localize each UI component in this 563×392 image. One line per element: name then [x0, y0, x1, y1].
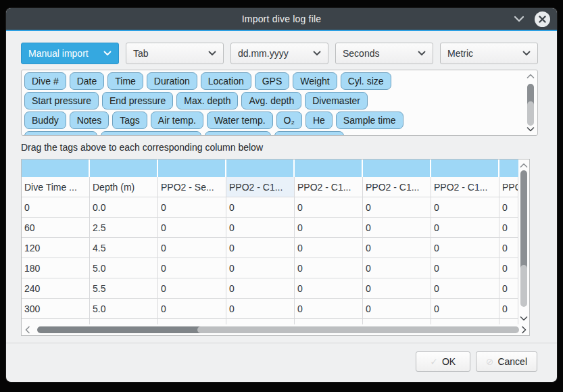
column-header[interactable]: PPO2 - C1...	[431, 177, 499, 197]
titlebar[interactable]: Import dive log file	[6, 8, 557, 30]
table-cell[interactable]	[431, 319, 499, 324]
table-cell[interactable]: 0	[363, 278, 431, 299]
table-cell[interactable]: 4.5	[90, 238, 158, 258]
tag-drop-cell[interactable]	[363, 160, 431, 177]
table-cell[interactable]: 0	[226, 299, 295, 319]
draggable-tag[interactable]: Air temp.	[151, 112, 203, 129]
table-cell[interactable]: 0	[363, 197, 431, 218]
draggable-tag[interactable]: Location	[201, 72, 251, 90]
draggable-tag[interactable]: Sample CNS	[274, 131, 344, 136]
tag-drop-cell[interactable]	[431, 160, 499, 177]
import-mode-select[interactable]: Manual import	[21, 43, 119, 64]
date-format-select[interactable]: dd.mm.yyyy	[230, 43, 328, 64]
scrollbar-track[interactable]	[520, 265, 527, 307]
draggable-tag[interactable]: Sample time	[336, 112, 403, 129]
column-header[interactable]: PPO2 - C1...	[226, 177, 295, 197]
table-cell[interactable]: 0	[158, 197, 226, 218]
table-cell[interactable]	[22, 319, 90, 324]
table-cell[interactable]	[226, 319, 295, 324]
table-vertical-scrollbar[interactable]	[518, 161, 529, 323]
draggable-tag[interactable]: Water temp.	[207, 112, 273, 129]
tag-drop-cell[interactable]	[499, 160, 518, 177]
shade-button[interactable]	[513, 13, 525, 25]
table-cell[interactable]: 0	[158, 278, 226, 299]
table-cell[interactable]: 5.5	[90, 278, 158, 299]
column-header[interactable]: PPO2	[499, 177, 518, 197]
tag-drop-cell[interactable]	[295, 160, 363, 177]
draggable-tag[interactable]: Sample depth	[24, 131, 97, 136]
draggable-tag[interactable]: O₂	[276, 112, 302, 129]
draggable-tag[interactable]: Sample pO₂	[205, 131, 270, 136]
table-cell[interactable]: 0	[295, 278, 363, 299]
table-cell[interactable]: 0	[158, 299, 226, 319]
table-cell[interactable]: 0	[499, 278, 518, 299]
scrollbar-track[interactable]	[527, 101, 534, 126]
ok-button[interactable]: ✓ OK	[416, 351, 470, 372]
draggable-tag[interactable]: Weight	[293, 72, 337, 90]
table-cell[interactable]: 0	[499, 238, 518, 258]
scrollbar-thumb[interactable]	[520, 170, 527, 272]
table-cell[interactable]: 0	[226, 258, 295, 278]
scroll-down-icon[interactable]	[520, 314, 528, 323]
table-cell[interactable]: 5.0	[90, 299, 158, 319]
draggable-tag[interactable]: Sample temperature	[101, 131, 201, 136]
tag-pool-scrollbar[interactable]	[525, 72, 536, 134]
table-cell[interactable]: 0	[158, 258, 226, 278]
draggable-tag[interactable]: He	[305, 112, 333, 129]
draggable-tag[interactable]: Duration	[147, 72, 197, 90]
table-cell[interactable]: 0	[499, 299, 518, 319]
cancel-button[interactable]: ⊘ Cancel	[476, 351, 537, 372]
table-cell[interactable]: 0	[22, 197, 90, 218]
scroll-down-icon[interactable]	[527, 124, 535, 134]
table-cell[interactable]: 0	[499, 218, 518, 238]
table-cell[interactable]: 0	[431, 258, 499, 278]
column-header[interactable]: PPO2 - Se...	[158, 177, 226, 197]
scroll-right-icon[interactable]	[519, 326, 528, 334]
table-cell[interactable]: 0	[295, 299, 363, 319]
draggable-tag[interactable]: Avg. depth	[241, 92, 301, 109]
draggable-tag[interactable]: Divemaster	[305, 92, 368, 109]
field-separator-select[interactable]: Tab	[126, 43, 224, 64]
table-cell[interactable]: 180	[22, 258, 90, 278]
tag-drop-cell[interactable]	[22, 160, 90, 177]
column-header[interactable]: Depth (m)	[90, 177, 158, 197]
table-cell[interactable]: 0	[431, 299, 499, 319]
draggable-tag[interactable]: Tags	[112, 112, 147, 129]
table-cell[interactable]	[363, 319, 431, 324]
table-cell[interactable]: 240	[22, 278, 90, 299]
column-header[interactable]: Dive Time ...	[22, 177, 90, 197]
draggable-tag[interactable]: GPS	[255, 72, 290, 90]
table-cell[interactable]: 0	[158, 238, 226, 258]
table-cell[interactable]: 0	[158, 218, 226, 238]
table-cell[interactable]: 0	[226, 278, 295, 299]
scrollbar-thumb[interactable]	[37, 326, 203, 333]
table-cell[interactable]: 120	[22, 238, 90, 258]
draggable-tag[interactable]: Max. depth	[176, 92, 238, 109]
draggable-tag[interactable]: End pressure	[102, 92, 173, 109]
close-button[interactable]	[535, 11, 550, 27]
table-cell[interactable]: 2.5	[90, 218, 158, 238]
tag-drop-cell[interactable]	[226, 160, 295, 177]
column-header[interactable]: PPO2 - C1...	[295, 177, 363, 197]
column-header[interactable]: PPO2 - C1...	[363, 177, 431, 197]
table-cell[interactable]	[158, 319, 226, 324]
table-cell[interactable]	[295, 319, 363, 324]
draggable-tag[interactable]: Date	[70, 72, 105, 90]
scrollbar-track[interactable]	[197, 326, 519, 333]
tag-drop-cell[interactable]	[158, 160, 226, 177]
table-cell[interactable]	[90, 319, 158, 324]
table-cell[interactable]: 0	[363, 299, 431, 319]
table-cell[interactable]: 0	[363, 218, 431, 238]
table-cell[interactable]: 0	[431, 197, 499, 218]
table-cell[interactable]: 0	[363, 258, 431, 278]
table-cell[interactable]: 0	[431, 238, 499, 258]
draggable-tag[interactable]: Cyl. size	[341, 72, 391, 90]
table-cell[interactable]: 0	[431, 278, 499, 299]
units-select[interactable]: Metric	[440, 43, 538, 64]
table-cell[interactable]: 0	[431, 218, 499, 238]
table-cell[interactable]: 0	[499, 258, 518, 278]
scroll-up-icon[interactable]	[520, 161, 528, 170]
table-cell[interactable]: 5.0	[90, 258, 158, 278]
table-cell[interactable]: 0	[226, 218, 295, 238]
table-cell[interactable]: 0	[295, 238, 363, 258]
